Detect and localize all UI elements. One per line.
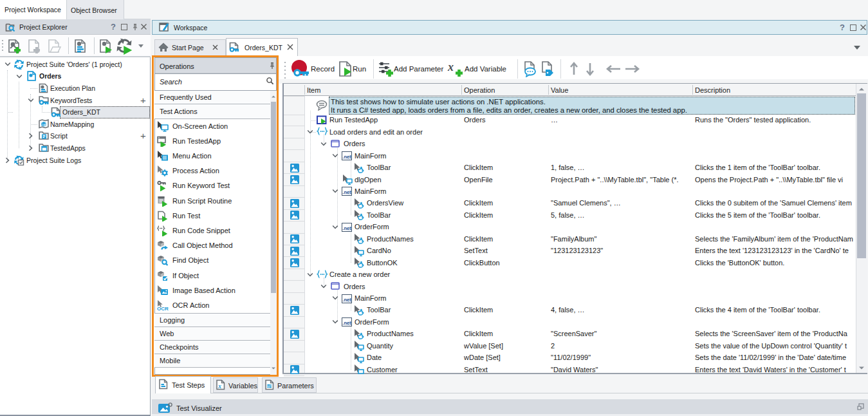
svg-text:x: x [217, 383, 221, 390]
svg-text:x: x [447, 61, 454, 73]
svg-text:OCR: OCR [157, 306, 169, 311]
